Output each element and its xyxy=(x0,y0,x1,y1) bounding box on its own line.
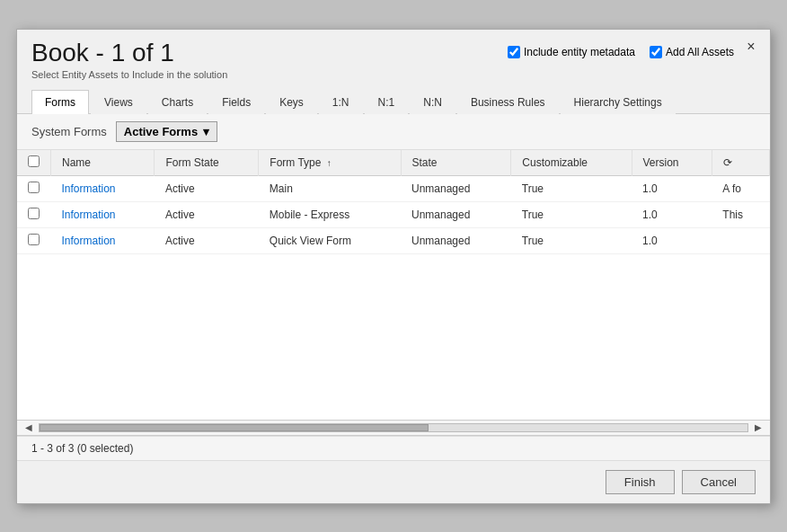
scroll-track[interactable] xyxy=(39,423,748,432)
dropdown-chevron-icon: ▾ xyxy=(203,125,209,138)
tab-hierarchy-settings[interactable]: Hierarchy Settings xyxy=(561,90,676,114)
table-row: Information Active Main Unmanaged True 1… xyxy=(17,175,770,201)
col-name: Name xyxy=(51,150,155,176)
dialog-subtitle: Select Entity Assets to Include in the s… xyxy=(31,69,756,80)
horizontal-scrollbar[interactable]: ◀ ▶ xyxy=(17,420,770,436)
sort-arrow-icon: ↑ xyxy=(327,158,332,168)
row-checkbox[interactable] xyxy=(28,208,40,219)
content-area: System Forms Active Forms ▾ Name Form St… xyxy=(17,114,770,460)
tab-charts[interactable]: Charts xyxy=(148,90,207,114)
subheader: System Forms Active Forms ▾ xyxy=(17,114,770,150)
table-container: Name Form State Form Type ↑ State Custom… xyxy=(17,150,770,420)
row-version-cell: 1.0 xyxy=(632,175,712,201)
scroll-thumb[interactable] xyxy=(40,424,429,431)
col-state: State xyxy=(401,150,511,176)
include-metadata-label: Include entity metadata xyxy=(524,46,635,58)
forms-table: Name Form State Form Type ↑ State Custom… xyxy=(17,150,770,254)
row-extra-cell xyxy=(712,227,769,253)
row-name-cell: Information xyxy=(51,201,155,227)
header-checkboxes: Include entity metadata Add All Assets xyxy=(508,46,734,58)
tabs-bar: Forms Views Charts Fields Keys 1:N N:1 N… xyxy=(17,89,770,114)
row-checkbox-cell xyxy=(17,227,51,253)
row-state-cell: Unmanaged xyxy=(401,175,511,201)
col-extra: ⟳ xyxy=(712,150,769,176)
table-header-row: Name Form State Form Type ↑ State Custom… xyxy=(17,150,770,176)
row-customizable-cell: True xyxy=(511,175,632,201)
finish-button[interactable]: Finish xyxy=(606,470,675,494)
system-forms-label: System Forms xyxy=(31,125,107,138)
dropdown-label: Active Forms xyxy=(124,125,198,138)
cancel-button[interactable]: Cancel xyxy=(682,470,756,494)
row-checkbox[interactable] xyxy=(28,182,40,193)
add-all-assets-checkbox-label[interactable]: Add All Assets xyxy=(650,46,734,58)
status-bar: 1 - 3 of 3 (0 selected) xyxy=(17,436,770,460)
include-metadata-checkbox-label[interactable]: Include entity metadata xyxy=(508,46,635,58)
row-form-type-cell: Mobile - Express xyxy=(259,201,401,227)
tab-keys[interactable]: Keys xyxy=(266,90,317,114)
tab-1n[interactable]: 1:N xyxy=(319,90,363,114)
col-customizable: Customizable xyxy=(511,150,632,176)
row-form-state-cell: Active xyxy=(155,175,259,201)
tab-business-rules[interactable]: Business Rules xyxy=(457,90,559,114)
col-version: Version xyxy=(632,150,712,176)
row-name-link[interactable]: Information xyxy=(62,208,116,221)
dialog-footer: Finish Cancel xyxy=(17,460,770,503)
active-forms-dropdown[interactable]: Active Forms ▾ xyxy=(116,121,217,142)
tab-forms[interactable]: Forms xyxy=(31,90,89,114)
row-extra-cell: This xyxy=(712,201,769,227)
title-bar: × Book - 1 of 1 Select Entity Assets to … xyxy=(17,30,770,80)
add-all-assets-label: Add All Assets xyxy=(666,46,734,58)
tab-fields[interactable]: Fields xyxy=(208,90,264,114)
row-form-type-cell: Quick View Form xyxy=(259,227,401,253)
tab-n1[interactable]: N:1 xyxy=(365,90,409,114)
add-all-assets-checkbox[interactable] xyxy=(650,46,662,58)
main-dialog: × Book - 1 of 1 Select Entity Assets to … xyxy=(16,29,771,504)
tab-views[interactable]: Views xyxy=(91,90,146,114)
table-row: Information Active Quick View Form Unman… xyxy=(17,227,770,253)
row-name-link[interactable]: Information xyxy=(62,235,116,247)
tab-nn[interactable]: N:N xyxy=(410,90,455,114)
row-form-type-cell: Main xyxy=(259,175,401,201)
refresh-icon[interactable]: ⟳ xyxy=(723,156,732,169)
row-form-state-cell: Active xyxy=(155,227,259,253)
row-name-cell: Information xyxy=(51,227,155,253)
col-form-state: Form State xyxy=(155,150,259,176)
scroll-left-arrow[interactable]: ◀ xyxy=(21,420,37,436)
row-version-cell: 1.0 xyxy=(632,227,712,253)
row-checkbox-cell xyxy=(17,201,51,227)
row-customizable-cell: True xyxy=(511,201,632,227)
scroll-right-arrow[interactable]: ▶ xyxy=(750,420,766,436)
col-check xyxy=(17,150,51,176)
status-text: 1 - 3 of 3 (0 selected) xyxy=(31,442,133,455)
row-form-state-cell: Active xyxy=(155,201,259,227)
row-state-cell: Unmanaged xyxy=(401,227,511,253)
select-all-checkbox[interactable] xyxy=(28,155,40,167)
col-form-type[interactable]: Form Type ↑ xyxy=(259,150,401,176)
row-version-cell: 1.0 xyxy=(632,201,712,227)
row-name-link[interactable]: Information xyxy=(62,182,116,195)
row-checkbox[interactable] xyxy=(28,234,40,245)
close-button[interactable]: × xyxy=(741,37,761,57)
row-state-cell: Unmanaged xyxy=(401,201,511,227)
table-row: Information Active Mobile - Express Unma… xyxy=(17,201,770,227)
row-name-cell: Information xyxy=(51,175,155,201)
row-customizable-cell: True xyxy=(511,227,632,253)
row-checkbox-cell xyxy=(17,175,51,201)
include-metadata-checkbox[interactable] xyxy=(508,46,520,58)
row-extra-cell: A fo xyxy=(712,175,769,201)
